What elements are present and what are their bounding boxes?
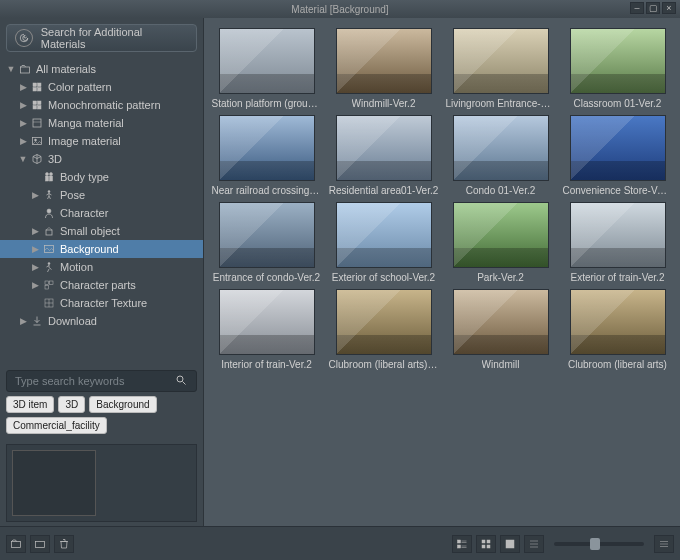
image-icon xyxy=(30,135,44,147)
tree-node-image-material[interactable]: ▶Image material xyxy=(0,132,203,150)
svg-rect-19 xyxy=(46,230,52,235)
obj-icon xyxy=(42,225,56,237)
svg-rect-9 xyxy=(33,119,41,127)
tree-node-background[interactable]: ▶Background xyxy=(0,240,203,258)
tree-node-label: Monochromatic pattern xyxy=(48,99,161,111)
tree-node-pose[interactable]: ▶Pose xyxy=(0,186,203,204)
svg-rect-38 xyxy=(482,540,485,543)
svg-rect-3 xyxy=(33,88,37,92)
material-item[interactable]: Clubroom (liberal arts) xyxy=(561,289,674,370)
search-input[interactable] xyxy=(6,370,197,392)
delete-button[interactable] xyxy=(54,535,74,553)
tag-background[interactable]: Background xyxy=(89,396,156,413)
material-item[interactable]: Windmill xyxy=(444,289,557,370)
svg-line-29 xyxy=(183,382,186,385)
menu-button[interactable] xyxy=(654,535,674,553)
material-item[interactable]: Station platform (ground level)… xyxy=(210,28,323,109)
svg-rect-1 xyxy=(33,83,37,87)
material-item[interactable]: Exterior of train-Ver.2 xyxy=(561,202,674,283)
material-item[interactable]: Near railroad crossing-Ver.2 xyxy=(210,115,323,196)
material-thumbnail xyxy=(219,115,315,181)
tree-node-character[interactable]: Character xyxy=(0,204,203,222)
tree-node-motion[interactable]: ▶Motion xyxy=(0,258,203,276)
material-item[interactable]: Interior of train-Ver.2 xyxy=(210,289,323,370)
material-thumbnail xyxy=(219,289,315,355)
tree-node-label: Download xyxy=(48,315,97,327)
material-item[interactable]: Windmill-Ver.2 xyxy=(327,28,440,109)
material-item[interactable]: Entrance of condo-Ver.2 xyxy=(210,202,323,283)
material-item[interactable]: Residential area01-Ver.2 xyxy=(327,115,440,196)
cube-icon xyxy=(30,153,44,165)
material-label: Station platform (ground level)… xyxy=(212,98,322,109)
material-item[interactable]: Condo 01-Ver.2 xyxy=(444,115,557,196)
tree-node-character-texture[interactable]: Character Texture xyxy=(0,294,203,312)
material-thumbnail xyxy=(453,28,549,94)
preview-thumbnail xyxy=(12,450,96,516)
svg-rect-42 xyxy=(506,540,514,548)
svg-rect-0 xyxy=(21,67,30,73)
thumbnail-size-slider[interactable] xyxy=(554,542,644,546)
svg-rect-15 xyxy=(46,176,49,181)
material-label: Near railroad crossing-Ver.2 xyxy=(212,185,322,196)
material-item[interactable]: Park-Ver.2 xyxy=(444,202,557,283)
tree-node-download[interactable]: ▶Download xyxy=(0,312,203,330)
svg-point-13 xyxy=(46,173,49,176)
svg-rect-30 xyxy=(12,541,21,547)
material-item[interactable]: Classroom 01-Ver.2 xyxy=(561,28,674,109)
tree-node-label: Background xyxy=(60,243,119,255)
svg-rect-35 xyxy=(458,545,461,548)
expand-arrow-icon: ▶ xyxy=(30,244,40,254)
close-button[interactable]: × xyxy=(662,2,676,14)
tree-node-character-parts[interactable]: ▶Character parts xyxy=(0,276,203,294)
window-title: Material [Background] xyxy=(291,4,388,15)
view-detail-button[interactable] xyxy=(452,535,472,553)
tree-node-body-type[interactable]: Body type xyxy=(0,168,203,186)
search-additional-button[interactable]: Search for Additional Materials xyxy=(6,24,197,52)
tag-3d-item[interactable]: 3D item xyxy=(6,396,54,413)
material-label: Park-Ver.2 xyxy=(477,272,524,283)
pose-icon xyxy=(42,189,56,201)
tag-3d[interactable]: 3D xyxy=(58,396,85,413)
material-item[interactable]: Exterior of school-Ver.2 xyxy=(327,202,440,283)
material-tree: ▼All materials▶Color pattern▶Monochromat… xyxy=(0,58,203,366)
svg-point-17 xyxy=(48,191,50,193)
tree-node-all-materials[interactable]: ▼All materials xyxy=(0,60,203,78)
expand-arrow-icon: ▶ xyxy=(30,280,40,290)
tree-node-color-pattern[interactable]: ▶Color pattern xyxy=(0,78,203,96)
material-item[interactable]: Convenience Store-Ver.2 xyxy=(561,115,674,196)
material-thumbnail xyxy=(570,28,666,94)
maximize-button[interactable]: ▢ xyxy=(646,2,660,14)
tree-node-label: Color pattern xyxy=(48,81,112,93)
tree-node-small-object[interactable]: ▶Small object xyxy=(0,222,203,240)
material-label: Exterior of train-Ver.2 xyxy=(571,272,665,283)
svg-rect-24 xyxy=(45,286,49,290)
folder-button[interactable] xyxy=(30,535,50,553)
material-item[interactable]: Livingroom Entrance-Ver.2 xyxy=(444,28,557,109)
expand-arrow-icon: ▶ xyxy=(18,82,28,92)
minimize-button[interactable]: – xyxy=(630,2,644,14)
material-item[interactable]: Clubroom (liberal arts)-Ver.2 xyxy=(327,289,440,370)
tree-node-label: Character xyxy=(60,207,108,219)
material-grid-area: Station platform (ground level)…Windmill… xyxy=(204,18,680,526)
material-label: Clubroom (liberal arts)-Ver.2 xyxy=(329,359,439,370)
search-additional-label: Search for Additional Materials xyxy=(41,26,188,50)
material-thumbnail xyxy=(570,289,666,355)
view-small-button[interactable] xyxy=(476,535,496,553)
manga-icon xyxy=(30,117,44,129)
material-label: Interior of train-Ver.2 xyxy=(221,359,312,370)
pattern-icon xyxy=(30,99,44,111)
tree-node-monochromatic-pattern[interactable]: ▶Monochromatic pattern xyxy=(0,96,203,114)
expand-arrow-icon: ▼ xyxy=(18,154,28,164)
tree-node-3d[interactable]: ▼3D xyxy=(0,150,203,168)
svg-rect-40 xyxy=(482,545,485,548)
tree-node-manga-material[interactable]: ▶Manga material xyxy=(0,114,203,132)
svg-rect-23 xyxy=(50,281,54,285)
title-bar: Material [Background] – ▢ × xyxy=(0,0,680,18)
svg-rect-32 xyxy=(458,540,461,543)
view-large-button[interactable] xyxy=(500,535,520,553)
tree-node-label: 3D xyxy=(48,153,62,165)
view-list-button[interactable] xyxy=(524,535,544,553)
new-folder-button[interactable] xyxy=(6,535,26,553)
tag-commercial_facility[interactable]: Commercial_facility xyxy=(6,417,107,434)
svg-point-18 xyxy=(47,209,51,213)
